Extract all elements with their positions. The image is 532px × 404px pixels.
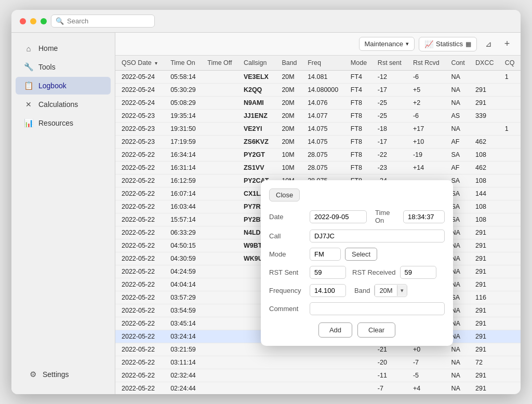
call-label: Call xyxy=(269,232,305,240)
maintenance-button[interactable]: Maintenance ▾ xyxy=(359,37,415,51)
date-row: Date Time On xyxy=(269,209,445,224)
resources-icon: 📊 xyxy=(24,118,33,128)
rst-row: RST Sent RST Received xyxy=(269,266,445,279)
col-dxcc[interactable]: DXCC xyxy=(471,56,501,71)
mode-row: Mode Select xyxy=(269,248,445,261)
minimize-button[interactable] xyxy=(30,18,36,24)
sidebar-item-resources[interactable]: 📊 Resources xyxy=(16,114,111,132)
table-row[interactable]: 2022-05-2216:31:14ZS1VV10M28.075FT8-23+1… xyxy=(115,161,521,174)
filter-button[interactable]: ⊿ xyxy=(481,37,496,51)
table-row[interactable]: 2022-05-2319:35:14JJ1ENZ20M14.077FT8-25-… xyxy=(115,110,521,123)
maximize-button[interactable] xyxy=(41,18,47,24)
col-qso-date[interactable]: QSO Date ▾ xyxy=(115,56,166,71)
comment-label: Comment xyxy=(269,305,305,313)
table-row[interactable]: 2022-05-2216:34:14PY2GT10M28.075FT8-22-1… xyxy=(115,149,521,161)
app-window: 🔍 ⌂ Home 🔧 Tools 📋 Logbook ✕ Calculation… xyxy=(11,10,521,394)
table-row[interactable]: 2022-05-2203:11:14-20-7NA72 xyxy=(115,356,521,369)
table-row[interactable]: 2022-05-2202:24:44-7+4NA291 xyxy=(115,382,521,395)
statistics-label: Statistics xyxy=(436,40,463,48)
sidebar-bottom: ⚙ Settings xyxy=(11,361,115,388)
col-band[interactable]: Band xyxy=(277,56,303,71)
add-button[interactable]: + xyxy=(500,37,514,51)
table-row[interactable]: 2022-05-2317:19:59ZS6KVZ20M14.075FT8-17+… xyxy=(115,136,521,149)
col-cq[interactable]: CQ xyxy=(501,56,521,71)
clear-button[interactable]: Clear xyxy=(357,322,395,338)
calculations-icon: ✕ xyxy=(24,100,33,109)
rst-sent-label: RST Sent xyxy=(269,268,305,276)
col-callsign[interactable]: Callsign xyxy=(240,56,277,71)
date-label: Date xyxy=(269,213,305,221)
frequency-row: Frequency Band 20M ▾ xyxy=(269,284,445,297)
traffic-lights xyxy=(20,18,47,24)
select-label: Select xyxy=(352,250,370,258)
clear-label: Clear xyxy=(368,326,384,334)
call-input[interactable] xyxy=(310,230,445,243)
add-label: Add xyxy=(329,326,341,334)
titlebar: 🔍 xyxy=(11,10,521,33)
comment-input[interactable] xyxy=(310,302,445,315)
add-button[interactable]: Add xyxy=(318,322,352,338)
home-icon: ⌂ xyxy=(24,44,33,53)
band-label: Band xyxy=(354,287,370,294)
col-rst-sent[interactable]: Rst sent xyxy=(374,56,409,71)
stats-bars-icon: ▦ xyxy=(466,41,471,48)
sidebar-item-tools[interactable]: 🔧 Tools xyxy=(16,58,111,76)
rst-rcvd-label: RST Received xyxy=(352,268,396,276)
search-icon: 🔍 xyxy=(56,17,64,25)
rst-sent-input[interactable] xyxy=(310,266,346,279)
table-row[interactable]: 2022-05-2405:08:29N9AMI20M14.076FT8-25+2… xyxy=(115,97,521,110)
maintenance-label: Maintenance xyxy=(365,40,403,48)
comment-row: Comment xyxy=(269,302,445,315)
col-mode[interactable]: Mode xyxy=(347,56,374,71)
sidebar-item-label: Settings xyxy=(43,370,69,379)
table-row[interactable]: 2022-05-2405:58:14VE3ELX20M14.081FT4-12-… xyxy=(115,71,521,84)
sidebar-item-calculations[interactable]: ✕ Calculations xyxy=(16,96,111,113)
rst-rcvd-input[interactable] xyxy=(400,266,436,279)
close-label: Close xyxy=(276,191,293,199)
sidebar: ⌂ Home 🔧 Tools 📋 Logbook ✕ Calculations … xyxy=(11,33,115,394)
sidebar-item-label: Resources xyxy=(38,119,73,127)
table-row[interactable]: 2022-05-2202:32:44-11-5NA291 xyxy=(115,369,521,382)
sidebar-item-label: Home xyxy=(38,44,58,52)
mode-select-button[interactable]: Select xyxy=(345,248,377,261)
sidebar-item-settings[interactable]: ⚙ Settings xyxy=(20,366,107,383)
col-cont[interactable]: Cont xyxy=(447,56,471,71)
band-select[interactable]: 20M ▾ xyxy=(374,284,407,297)
sidebar-item-logbook[interactable]: 📋 Logbook xyxy=(16,77,111,95)
modal-close-button[interactable]: Close xyxy=(269,188,300,201)
table-container[interactable]: QSO Date ▾ Time On Time Off Callsign Ban… xyxy=(115,56,521,394)
tools-icon: 🔧 xyxy=(24,62,33,72)
chart-icon: 📈 xyxy=(424,40,433,48)
time-on-input[interactable] xyxy=(403,210,445,223)
frequency-input[interactable] xyxy=(310,284,346,297)
sidebar-item-label: Logbook xyxy=(38,82,66,90)
band-dropdown-icon[interactable]: ▾ xyxy=(397,285,407,296)
frequency-label: Frequency xyxy=(269,287,305,294)
content-toolbar: Maintenance ▾ 📈 Statistics ▦ ⊿ + xyxy=(115,33,521,56)
col-time-off[interactable]: Time Off xyxy=(203,56,240,71)
close-button[interactable] xyxy=(20,18,26,24)
call-row: Call xyxy=(269,230,445,243)
sidebar-item-label: Tools xyxy=(38,63,56,71)
col-freq[interactable]: Freq xyxy=(303,56,347,71)
mode-label: Mode xyxy=(269,250,305,258)
mode-input[interactable] xyxy=(310,248,341,261)
col-rst-rcvd[interactable]: Rst Rcvd xyxy=(409,56,447,71)
search-input[interactable] xyxy=(67,17,150,25)
search-bar[interactable]: 🔍 xyxy=(51,15,155,28)
modal-actions: Add Clear xyxy=(269,322,445,338)
dropdown-icon: ▾ xyxy=(406,41,409,47)
date-input[interactable] xyxy=(310,210,367,223)
table-header-row: QSO Date ▾ Time On Time Off Callsign Ban… xyxy=(115,56,521,71)
table-row[interactable]: 2022-05-2405:30:29K2QQ20M14.080000FT4-17… xyxy=(115,84,521,97)
qso-edit-modal: Close Date Time On Call xyxy=(261,180,453,346)
band-value: 20M xyxy=(375,285,396,297)
sidebar-item-label: Calculations xyxy=(38,100,78,109)
table-row[interactable]: 2022-05-2319:31:50VE2YI20M14.075FT8-18+1… xyxy=(115,123,521,136)
main-content: ⌂ Home 🔧 Tools 📋 Logbook ✕ Calculations … xyxy=(11,33,521,394)
statistics-button[interactable]: 📈 Statistics ▦ xyxy=(419,37,477,51)
sidebar-item-home[interactable]: ⌂ Home xyxy=(16,39,111,57)
settings-icon: ⚙ xyxy=(28,370,37,379)
content-area: Maintenance ▾ 📈 Statistics ▦ ⊿ + xyxy=(115,33,521,394)
col-time-on[interactable]: Time On xyxy=(166,56,203,71)
